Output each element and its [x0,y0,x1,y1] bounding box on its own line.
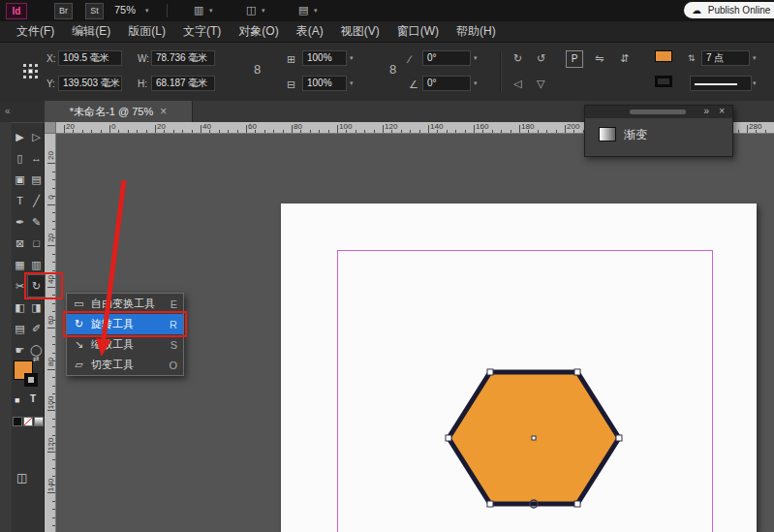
view-options-icon[interactable]: ▥ [194,4,203,16]
chevron-down-icon[interactable]: ▾ [145,7,149,15]
reference-point-proxy[interactable] [21,62,39,79]
document-tab[interactable]: *未命名-1 @ 75% × [45,101,193,122]
content-collector-tool[interactable]: ▣ [12,169,28,190]
constrain-dimensions-chain-icon[interactable]: 8 [254,62,261,77]
ruler-origin-corner[interactable] [45,122,56,134]
ruler-tick [337,125,338,133]
menu-item[interactable]: 文件(F) [8,21,63,42]
stroke-style-dropdown[interactable] [690,76,752,91]
gradient-swatch-icon[interactable] [599,127,616,141]
selection-tool[interactable]: ▶ [12,126,28,147]
vertical-ruler[interactable]: 20020406080100120140 [45,134,56,532]
formatting-affects-container-icon[interactable]: ■ [15,395,19,405]
flip-vertical-icon[interactable]: ⇵ [620,52,629,65]
constrain-scale-chain-icon[interactable]: 8 [389,62,396,77]
panel-collapse-strip[interactable]: « [0,101,45,122]
bridge-icon[interactable]: Br [54,3,73,19]
gradient-swatch-tool[interactable]: ◧ [12,297,28,318]
stock-icon[interactable]: St [85,3,104,19]
close-icon[interactable]: × [719,106,725,116]
paragraph-badge-icon[interactable]: P [566,50,583,68]
rotate-cw-icon[interactable]: ↻ [513,52,522,65]
chevron-down-icon[interactable]: ▾ [474,54,478,62]
rotate-tool[interactable]: ↻ [28,275,45,297]
swap-fill-stroke-icon[interactable]: ⇄ [33,355,40,363]
scale-x-input[interactable]: 100% [302,50,347,66]
chevron-down-icon[interactable]: ▾ [350,79,354,87]
scale-y-input[interactable]: 100% [302,76,347,91]
formatting-affects-text-icon[interactable]: T [30,393,36,404]
apply-none-button[interactable] [23,417,33,426]
chevron-down-icon[interactable]: ▾ [753,54,757,62]
rectangle-tool[interactable]: □ [28,233,45,254]
pencil-tool[interactable]: ✎ [28,211,45,233]
chevron-down-icon[interactable]: ▾ [314,7,318,15]
screen-mode-icon[interactable]: ◫ [246,4,256,16]
eyedropper-tool[interactable]: ✐ [28,318,45,339]
fill-color-swatch[interactable] [655,50,672,62]
stroke-weight-input[interactable]: 7 点 [701,50,750,66]
flyout-item-shear-tool[interactable]: ▱切变工具O [67,355,183,375]
apply-color-button[interactable] [13,417,22,426]
x-input[interactable]: 109.5 毫米 [58,50,122,66]
flip-horizontal-icon[interactable]: ⇋ [595,52,604,65]
rectangle-frame-tool[interactable]: ⊠ [12,233,28,254]
tool-flyout-menu: ▭自由变换工具E↻旋转工具R↘缩放工具S▱切变工具O [66,293,184,376]
ruler-tick [52,344,55,345]
chevron-down-icon[interactable]: ▾ [209,7,213,15]
content-placer-tool[interactable]: ▤ [28,169,45,190]
type-tool[interactable]: T [12,190,28,211]
stroke-weight-stepper-icon[interactable]: ⇅ [688,53,696,63]
panel-drag-grip[interactable] [630,110,686,114]
page-tool[interactable]: ▯ [12,147,28,169]
menu-item[interactable]: 文字(T) [174,21,230,42]
stroke-color-swatch[interactable] [655,76,672,87]
ruler-tick [292,125,293,133]
hand-tool[interactable]: ☛ [12,339,28,360]
ruler-tick [52,426,55,427]
table-tool[interactable]: ▥ [28,254,45,275]
shear-input[interactable]: 0° [422,76,471,91]
note-tool[interactable]: ▤ [12,318,28,339]
chevron-down-icon[interactable]: ▾ [262,7,265,15]
select-content-icon[interactable]: ▽ [537,78,544,90]
gradient-feather-tool[interactable]: ◨ [28,297,45,318]
pen-tool[interactable]: ✒ [12,211,28,233]
chevron-down-icon[interactable]: ▾ [753,79,757,87]
menu-item[interactable]: 对象(O) [230,21,287,42]
direct-selection-tool[interactable]: ▷ [28,126,45,147]
rotation-input[interactable]: 0° [422,50,471,66]
close-icon[interactable]: × [160,105,167,118]
publish-online-button[interactable]: ☁ Publish Online [684,2,774,18]
menu-item[interactable]: 视图(V) [332,21,388,42]
toolbar-stroke-swatch[interactable] [24,373,38,387]
gradient-panel-header[interactable]: » × [585,106,732,118]
apply-gradient-button[interactable] [34,417,44,426]
chevron-down-icon[interactable]: ▾ [474,79,478,87]
menu-item[interactable]: 窗口(W) [388,21,448,42]
h-input[interactable]: 68.187 毫米 [151,76,215,91]
screen-mode-icon[interactable]: ◫ [16,471,27,485]
select-container-icon[interactable]: ◁ [513,78,521,90]
gap-tool[interactable]: ↔ [28,147,45,169]
menu-item[interactable]: 编辑(E) [63,21,119,42]
flyout-item-rotate-tool[interactable]: ↻旋转工具R [67,314,183,334]
arrange-documents-icon[interactable]: ▤ [298,4,308,16]
ruler-label: 40 [46,271,55,287]
ruler-tick [52,303,55,304]
scissors-tool[interactable]: ✂ [12,275,28,297]
chevron-down-icon[interactable]: ▾ [350,54,354,62]
menu-item[interactable]: 帮助(H) [448,21,505,42]
menu-item[interactable]: 表(A) [288,21,332,42]
grid-tool[interactable]: ▦ [12,254,28,275]
collapse-panel-icon[interactable]: » [703,106,709,116]
ruler-tick [164,130,165,133]
rotate-ccw-icon[interactable]: ↺ [537,52,545,65]
w-input[interactable]: 78.736 毫米 [151,50,215,66]
line-tool[interactable]: ╱ [28,190,45,211]
y-input[interactable]: 139.503 毫米 [58,76,122,91]
flyout-item-scale-tool[interactable]: ↘缩放工具S [67,334,183,355]
zoom-level-dropdown[interactable]: 75% [114,4,136,16]
menu-item[interactable]: 版面(L) [119,21,174,42]
flyout-item-free-transform-tool[interactable]: ▭自由变换工具E [67,294,183,314]
